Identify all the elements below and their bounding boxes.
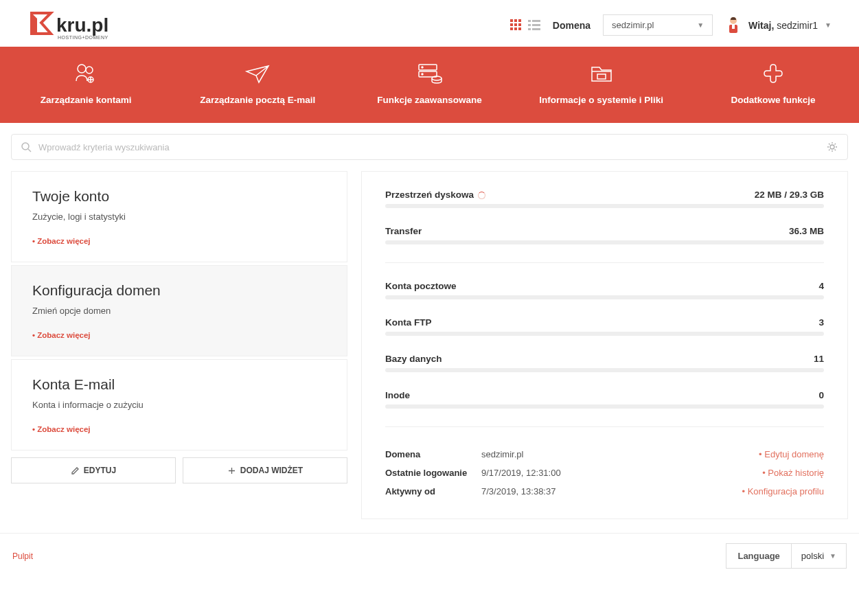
card-desc: Konta i informacje o zużyciu [32, 400, 326, 410]
info-link[interactable]: Konfiguracja profilu [742, 486, 824, 497]
see-more-link[interactable]: Zobacz więcej [32, 237, 91, 245]
nav-accounts[interactable]: Zarządzanie kontami [0, 62, 172, 105]
welcome-text: Witaj, sedzimir1 [748, 20, 818, 31]
svg-rect-5 [518, 23, 521, 26]
svg-rect-3 [510, 23, 513, 26]
stat-value: 4 [818, 281, 824, 291]
divider [385, 262, 824, 263]
svg-rect-4 [514, 23, 517, 26]
user-menu[interactable]: Witaj, sedzimir1 ▼ [725, 15, 832, 36]
edit-button[interactable]: EDYTUJ [11, 457, 176, 483]
stat-row: Inode0 [385, 390, 824, 400]
progress-bar [385, 204, 824, 208]
search-box [11, 134, 848, 160]
stat-row: Konta FTP3 [385, 317, 824, 328]
card-title: Konta E-mail [32, 376, 326, 393]
svg-rect-8 [518, 27, 521, 30]
svg-rect-2 [518, 19, 521, 22]
info-row: Ostatnie logowanie9/17/2019, 12:31:00Pok… [385, 464, 824, 482]
spinner-icon [478, 192, 485, 199]
svg-rect-14 [532, 28, 540, 30]
search-input[interactable] [38, 142, 820, 152]
stat-value: 22 MB / 29.3 GB [755, 190, 824, 200]
domain-value: sedzimir.pl [612, 20, 654, 30]
svg-rect-10 [532, 20, 540, 22]
card-desc: Zużycie, logi i statystyki [32, 212, 326, 222]
svg-rect-13 [528, 28, 531, 30]
info-row: Domenasedzimir.plEdytuj domenę [385, 445, 824, 464]
see-more-link[interactable]: Zobacz więcej [32, 331, 91, 339]
main-nav: Zarządzanie kontami Zarządzanie pocztą E… [0, 47, 859, 123]
progress-bar [385, 368, 824, 372]
svg-rect-9 [528, 20, 531, 22]
stats-panel: Przestrzeń dyskowa22 MB / 29.3 GBTransfe… [361, 171, 848, 519]
card-title: Twoje konto [32, 188, 326, 205]
nav-label: Funkcje zaawansowane [377, 95, 481, 105]
svg-point-28 [830, 145, 834, 149]
add-widget-button[interactable]: DODAJ WIDŻET [183, 457, 347, 483]
stat-row: Bazy danych11 [385, 354, 824, 364]
svg-rect-26 [597, 74, 606, 79]
breadcrumb[interactable]: Pulpit [12, 551, 33, 561]
chevron-down-icon: ▼ [697, 21, 704, 29]
chevron-down-icon: ▼ [825, 21, 832, 29]
logo-icon [27, 10, 55, 38]
svg-rect-1 [514, 19, 517, 22]
stat-row: Transfer36.3 MB [385, 226, 824, 236]
logo-text: kru.pl [56, 14, 108, 36]
language-label: Language [726, 544, 791, 568]
info-value: sedzimir.pl [481, 449, 759, 459]
svg-point-27 [22, 143, 29, 150]
svg-rect-12 [532, 24, 540, 26]
domain-select[interactable]: sedzimir.pl ▼ [603, 14, 713, 36]
svg-point-23 [422, 67, 423, 68]
server-icon [415, 62, 445, 85]
nav-email[interactable]: Zarządzanie pocztą E-mail [172, 62, 343, 105]
plus-icon [227, 466, 236, 475]
stat-row: Konta pocztowe4 [385, 281, 824, 291]
svg-rect-0 [510, 19, 513, 22]
stat-label: Inode [385, 390, 410, 400]
info-value: 7/3/2019, 13:38:37 [481, 486, 742, 497]
nav-extra[interactable]: Dodatkowe funkcje [687, 62, 859, 105]
progress-bar [385, 295, 824, 299]
info-label: Ostatnie logowanie [385, 468, 481, 478]
progress-bar [385, 240, 824, 244]
pencil-icon [71, 466, 80, 475]
nav-advanced[interactable]: Funkcje zaawansowane [343, 62, 515, 105]
avatar-icon [725, 15, 742, 36]
info-label: Domena [385, 449, 481, 459]
info-link[interactable]: Pokaż historię [762, 468, 824, 478]
card-email: Konta E-mail Konta i informacje o zużyci… [11, 359, 347, 450]
language-selector: Language polski ▼ [726, 543, 847, 569]
search-icon [21, 142, 32, 152]
logo[interactable]: kru.pl HOSTING+DOMENY [27, 10, 108, 40]
stat-label: Konta FTP [385, 317, 432, 328]
logo-subtitle: HOSTING+DOMENY [58, 35, 108, 40]
card-domain-config: Konfiguracja domen Zmień opcje domen Zob… [11, 265, 347, 356]
card-account: Twoje konto Zużycie, logi i statystyki Z… [11, 171, 347, 262]
see-more-link[interactable]: Zobacz więcej [32, 425, 91, 433]
stat-label: Przestrzeń dyskowa [385, 190, 485, 200]
info-row: Aktywny od7/3/2019, 13:38:37Konfiguracja… [385, 482, 824, 501]
language-value[interactable]: polski ▼ [792, 544, 846, 568]
stat-label: Konta pocztowe [385, 281, 457, 291]
domain-label: Domena [553, 20, 591, 31]
gear-icon[interactable] [827, 141, 838, 152]
stat-label: Transfer [385, 226, 422, 236]
progress-bar [385, 404, 824, 409]
progress-bar [385, 332, 824, 336]
stat-row: Przestrzeń dyskowa22 MB / 29.3 GB [385, 190, 824, 200]
svg-point-18 [78, 65, 86, 73]
svg-point-24 [422, 73, 423, 75]
list-view-icon[interactable] [528, 19, 540, 32]
svg-rect-6 [510, 27, 513, 30]
nav-system[interactable]: Informacje o systemie i Pliki [516, 62, 687, 105]
info-link[interactable]: Edytuj domenę [759, 449, 824, 459]
nav-label: Zarządzanie pocztą E-mail [200, 95, 315, 105]
stat-value: 11 [814, 354, 824, 364]
svg-rect-17 [732, 25, 735, 29]
folder-icon [588, 62, 615, 85]
grid-view-icon[interactable] [510, 19, 523, 32]
divider [385, 426, 824, 427]
